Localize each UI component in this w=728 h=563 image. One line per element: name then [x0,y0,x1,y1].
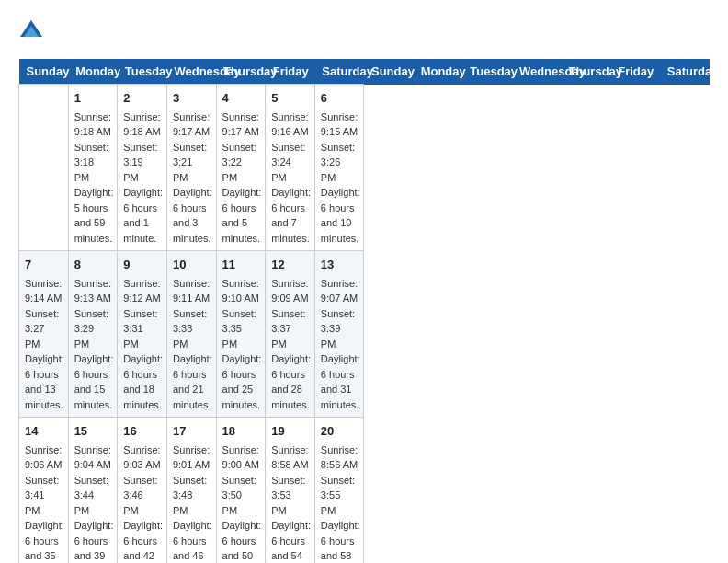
day-number: 3 [173,89,210,108]
calendar-cell: 13Sunrise: 9:07 AMSunset: 3:39 PMDayligh… [314,251,364,418]
day-number: 4 [222,89,260,108]
daylight-text: Daylight: 6 hours [123,518,161,548]
calendar-week-2: 7Sunrise: 9:14 AMSunset: 3:27 PMDaylight… [19,251,710,418]
daylight-text: Daylight: 6 hours [123,185,161,215]
day-header-friday: Friday [610,59,660,85]
day-number: 7 [25,256,63,274]
sunset-text: Sunset: 3:19 PM [123,140,161,186]
sunrise-text: Sunrise: 9:18 AM [123,109,161,140]
daylight-text: and 39 minutes. [74,548,112,563]
sunrise-text: Sunrise: 9:01 AM [173,442,210,473]
sunrise-text: Sunrise: 9:00 AM [222,442,260,473]
day-number: 17 [173,422,210,441]
daylight-text: Daylight: 6 hours [173,518,210,548]
daylight-text: and 58 minutes. [321,548,358,563]
sunrise-text: Sunrise: 9:10 AM [222,276,260,306]
sunset-text: Sunset: 3:37 PM [271,306,309,352]
daylight-text: Daylight: 6 hours [321,185,358,215]
day-header-sunday: Sunday [19,59,69,85]
sunrise-text: Sunrise: 9:13 AM [74,276,112,306]
day-header-sunday: Sunday [364,59,414,85]
daylight-text: and 1 minute. [123,215,161,246]
page-header [18,18,710,44]
sunset-text: Sunset: 3:48 PM [173,473,210,519]
header-row: SundayMondayTuesdayWednesdayThursdayFrid… [19,59,710,85]
sunset-text: Sunset: 3:50 PM [222,473,260,519]
day-header-saturday: Saturday [314,59,364,85]
sunset-text: Sunset: 3:53 PM [271,473,309,519]
daylight-text: Daylight: 6 hours [271,351,309,382]
daylight-text: and 10 minutes. [321,215,358,246]
daylight-text: Daylight: 6 hours [222,185,260,215]
sunrise-text: Sunrise: 8:58 AM [271,442,309,473]
sunrise-text: Sunrise: 9:14 AM [25,276,63,306]
calendar-cell: 6Sunrise: 9:15 AMSunset: 3:26 PMDaylight… [314,85,364,251]
calendar-cell: 11Sunrise: 9:10 AMSunset: 3:35 PMDayligh… [216,251,266,418]
calendar-cell: 18Sunrise: 9:00 AMSunset: 3:50 PMDayligh… [216,418,266,564]
day-number: 16 [123,422,161,441]
day-number: 15 [74,422,112,441]
calendar-cell: 4Sunrise: 9:17 AMSunset: 3:22 PMDaylight… [216,85,266,251]
daylight-text: Daylight: 6 hours [321,518,358,548]
daylight-text: and 50 minutes. [222,548,260,563]
daylight-text: and 21 minutes. [173,382,210,412]
calendar-cell: 19Sunrise: 8:58 AMSunset: 3:53 PMDayligh… [266,418,315,564]
sunrise-text: Sunrise: 9:09 AM [271,276,309,306]
day-header-tuesday: Tuesday [118,59,167,85]
calendar-cell: 20Sunrise: 8:56 AMSunset: 3:55 PMDayligh… [314,418,364,564]
daylight-text: Daylight: 6 hours [25,518,63,548]
calendar-cell: 17Sunrise: 9:01 AMSunset: 3:48 PMDayligh… [166,418,216,564]
calendar-week-3: 14Sunrise: 9:06 AMSunset: 3:41 PMDayligh… [19,418,710,564]
sunset-text: Sunset: 3:21 PM [173,140,210,186]
daylight-text: Daylight: 6 hours [271,518,309,548]
daylight-text: and 5 minutes. [222,215,260,246]
sunrise-text: Sunrise: 9:04 AM [74,442,112,473]
daylight-text: Daylight: 6 hours [173,351,210,382]
daylight-text: and 54 minutes. [271,548,309,563]
daylight-text: and 42 minutes. [123,548,161,563]
daylight-text: and 18 minutes. [123,382,161,412]
sunset-text: Sunset: 3:29 PM [74,306,112,352]
day-header-thursday: Thursday [562,59,611,85]
day-header-friday: Friday [266,59,315,85]
sunset-text: Sunset: 3:22 PM [222,140,260,186]
day-number: 9 [123,256,161,274]
calendar-cell: 14Sunrise: 9:06 AMSunset: 3:41 PMDayligh… [19,418,69,564]
daylight-text: and 13 minutes. [25,382,63,412]
calendar-table: SundayMondayTuesdayWednesdayThursdayFrid… [18,59,710,563]
day-header-wednesday: Wednesday [512,59,562,85]
sunrise-text: Sunrise: 9:17 AM [173,109,210,140]
sunset-text: Sunset: 3:27 PM [25,306,63,352]
day-number: 8 [74,256,112,274]
calendar-cell: 10Sunrise: 9:11 AMSunset: 3:33 PMDayligh… [166,251,216,418]
day-number: 12 [271,256,309,274]
calendar-cell: 2Sunrise: 9:18 AMSunset: 3:19 PMDaylight… [118,85,167,251]
sunrise-text: Sunrise: 9:12 AM [123,276,161,306]
calendar-cell: 3Sunrise: 9:17 AMSunset: 3:21 PMDaylight… [166,85,216,251]
day-header-monday: Monday [414,59,463,85]
daylight-text: and 46 minutes. [173,548,210,563]
daylight-text: Daylight: 6 hours [271,185,309,215]
day-number: 6 [321,89,358,108]
day-number: 11 [222,256,260,274]
day-header-wednesday: Wednesday [166,59,216,85]
sunset-text: Sunset: 3:35 PM [222,306,260,352]
daylight-text: and 28 minutes. [271,382,309,412]
daylight-text: and 59 minutes. [74,215,112,246]
sunrise-text: Sunrise: 9:17 AM [222,109,260,140]
daylight-text: Daylight: 6 hours [123,351,161,382]
sunrise-text: Sunrise: 9:18 AM [74,109,112,140]
logo-icon [18,18,44,44]
day-header-thursday: Thursday [216,59,266,85]
daylight-text: Daylight: 6 hours [321,351,358,382]
daylight-text: and 35 minutes. [25,548,63,563]
sunrise-text: Sunrise: 9:11 AM [173,276,210,306]
day-number: 14 [25,422,63,441]
sunrise-text: Sunrise: 9:07 AM [321,276,358,306]
sunset-text: Sunset: 3:46 PM [123,473,161,519]
calendar-cell: 15Sunrise: 9:04 AMSunset: 3:44 PMDayligh… [68,418,118,564]
day-number: 13 [321,256,358,274]
day-number: 5 [271,89,309,108]
sunset-text: Sunset: 3:33 PM [173,306,210,352]
day-header-saturday: Saturday [660,59,710,85]
